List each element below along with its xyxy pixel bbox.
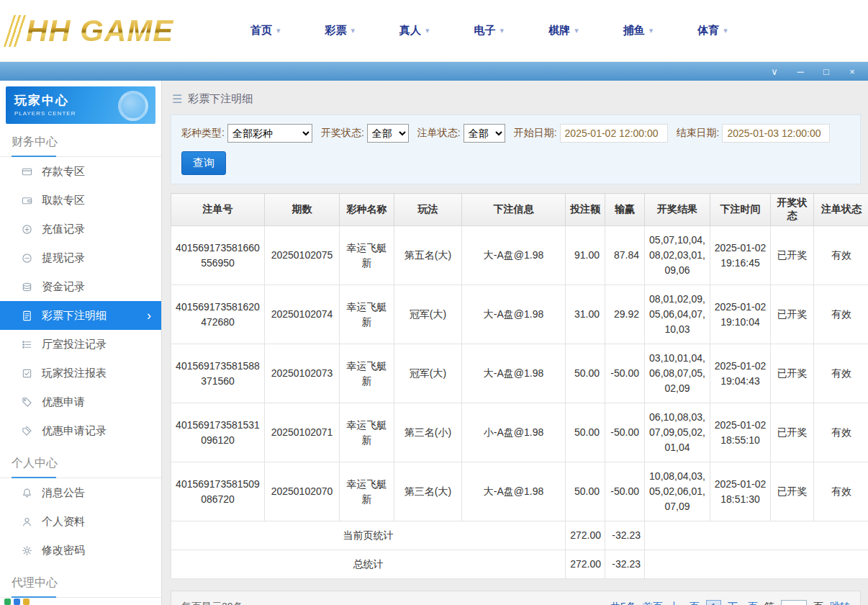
end-date-label: 结束日期: bbox=[677, 127, 720, 140]
sidebar-item-player-bet-report[interactable]: 玩家投注报表 bbox=[0, 359, 161, 387]
sidebar-item-change-password[interactable]: 修改密码 bbox=[0, 536, 161, 565]
table-cell: -50.00 bbox=[605, 344, 645, 403]
taskbar-icon[interactable] bbox=[23, 599, 30, 605]
taskbar-icon[interactable] bbox=[4, 599, 11, 605]
table-cell: 2025-01-02 19:10:04 bbox=[710, 285, 771, 344]
nav-item-sports[interactable]: 体育▾ bbox=[697, 24, 728, 37]
nav-item-cards[interactable]: 棋牌▾ bbox=[548, 24, 579, 37]
table-cell: 已开奖 bbox=[771, 403, 814, 462]
table-cell: 20250102074 bbox=[265, 285, 340, 344]
sidebar-item-withdraw-zone[interactable]: 取款专区 bbox=[0, 186, 161, 215]
sidebar-item-label: 彩票下注明细 bbox=[42, 309, 107, 323]
jump-suffix-label: 页 bbox=[813, 601, 823, 605]
table-cell: 已开奖 bbox=[771, 285, 814, 344]
sidebar-item-promo-apply[interactable]: 优惠申请 bbox=[0, 387, 161, 416]
user-icon bbox=[22, 516, 32, 527]
table-cell: 第五名(大) bbox=[394, 226, 462, 285]
sidebar-item-label: 资金记录 bbox=[42, 280, 85, 294]
logo[interactable]: HH GAME bbox=[0, 14, 230, 48]
table-cell: 有效 bbox=[814, 344, 868, 403]
nav-item-slots[interactable]: 电子▾ bbox=[474, 24, 505, 37]
window-titlebar: ∨ ─ □ × bbox=[0, 62, 868, 81]
nav-item-live[interactable]: 真人▾ bbox=[399, 24, 430, 37]
sidebar-item-label: 厅室投注记录 bbox=[42, 338, 107, 351]
next-page-link[interactable]: 下一页 bbox=[728, 601, 758, 605]
taskbar-peek[interactable] bbox=[4, 599, 30, 605]
table-cell: 50.00 bbox=[566, 344, 605, 403]
window-maximize-icon[interactable]: □ bbox=[820, 67, 832, 76]
coins-icon bbox=[22, 282, 32, 292]
sidebar-item-label: 存款专区 bbox=[42, 165, 85, 179]
sidebar-item-promo-apply-records[interactable]: 优惠申请记录 bbox=[0, 416, 161, 445]
table-cell: 401569173581509086720 bbox=[171, 462, 265, 521]
table-cell: 50.00 bbox=[566, 462, 605, 521]
nav-item-lottery[interactable]: 彩票▾ bbox=[325, 24, 356, 37]
sidebar-item-label: 消息公告 bbox=[42, 486, 85, 500]
start-date-input[interactable] bbox=[560, 124, 668, 143]
hamburger-icon[interactable]: ☰ bbox=[172, 92, 182, 106]
sidebar-item-deposit-zone[interactable]: 存款专区 bbox=[0, 157, 161, 186]
pagination-bar: 每页显示20条 共5条 首页 上一页 1 下一页 第 页 跳转 bbox=[171, 591, 861, 605]
sidebar-item-cashout-records[interactable]: 提现记录 bbox=[0, 243, 161, 272]
order-status-select[interactable]: 全部 bbox=[464, 124, 505, 143]
sidebar-item-profile[interactable]: 个人资料 bbox=[0, 507, 161, 536]
sidebar-item-label: 取款专区 bbox=[42, 194, 85, 207]
table-cell: 有效 bbox=[814, 226, 868, 285]
draw-status-label: 开奖状态: bbox=[321, 127, 364, 140]
sidebar-item-label: 充值记录 bbox=[42, 223, 85, 236]
report-icon bbox=[22, 368, 32, 379]
total-count: 共5条 bbox=[610, 601, 636, 605]
table-cell: 冠军(大) bbox=[394, 285, 462, 344]
summary-label: 总统计 bbox=[171, 550, 566, 579]
lottery-type-select[interactable]: 全部彩种 bbox=[227, 124, 312, 143]
summary-bet-total: 272.00 bbox=[566, 550, 605, 579]
table-cell: 10,08,04,03,05,02,06,01,07,09 bbox=[645, 462, 710, 521]
first-page-link[interactable]: 首页 bbox=[643, 601, 663, 605]
sidebar-item-lottery-bet-details[interactable]: 彩票下注明细 bbox=[0, 301, 161, 330]
nav-item-fishing[interactable]: 捕鱼▾ bbox=[623, 24, 654, 37]
window-collapse-icon[interactable]: ∨ bbox=[769, 67, 780, 76]
table-cell: 87.84 bbox=[605, 226, 645, 285]
table-cell: 已开奖 bbox=[771, 462, 814, 521]
col-header-1: 期数 bbox=[265, 194, 340, 226]
table-cell: 冠军(大) bbox=[394, 344, 462, 403]
taskbar-icon[interactable] bbox=[14, 599, 20, 605]
table-cell: 29.92 bbox=[605, 285, 645, 344]
sidebar-item-hall-bet-records[interactable]: 厅室投注记录 bbox=[0, 330, 161, 359]
jump-button[interactable]: 跳转 bbox=[830, 601, 850, 605]
sidebar-section-personal-center: 个人中心 bbox=[0, 445, 161, 478]
table-cell: 大-A盘@1.98 bbox=[462, 285, 566, 344]
table-cell: 91.00 bbox=[566, 226, 605, 285]
col-header-2: 彩种名称 bbox=[340, 194, 394, 226]
summary-label: 当前页统计 bbox=[171, 521, 566, 550]
table-cell: 已开奖 bbox=[771, 226, 814, 285]
chevron-down-icon: ▾ bbox=[649, 26, 654, 35]
sidebar-item-recharge-records[interactable]: 充值记录 bbox=[0, 215, 161, 243]
chevron-down-icon: ▾ bbox=[500, 26, 505, 35]
sidebar-item-announcements[interactable]: 消息公告 bbox=[0, 478, 161, 507]
prev-page-link[interactable]: 上一页 bbox=[669, 601, 700, 605]
table-header-row: 注单号期数彩种名称玩法下注信息投注额输赢开奖结果下注时间开奖状态注单状态 bbox=[171, 194, 868, 226]
col-header-6: 输赢 bbox=[605, 194, 645, 226]
tag-icon bbox=[22, 397, 32, 408]
jump-page-input[interactable] bbox=[781, 600, 807, 605]
draw-status-select[interactable]: 全部 bbox=[367, 124, 409, 143]
nav-item-home[interactable]: 首页▾ bbox=[250, 24, 281, 37]
logo-text: HH GAME bbox=[26, 14, 173, 48]
search-button[interactable]: 查询 bbox=[181, 151, 226, 175]
sidebar-item-label: 提现记录 bbox=[42, 251, 85, 265]
sidebar-item-fund-records[interactable]: 资金记录 bbox=[0, 272, 161, 301]
window-minimize-icon[interactable]: ─ bbox=[795, 67, 806, 76]
table-cell: 2025-01-02 19:04:43 bbox=[710, 344, 771, 403]
sidebar-section-finance-center: 财务中心 bbox=[0, 124, 161, 157]
table-row: 40156917358158837156020250102073幸运飞艇新冠军(… bbox=[171, 344, 868, 403]
end-date-input[interactable] bbox=[722, 124, 830, 143]
summary-bet-total: 272.00 bbox=[566, 521, 605, 550]
wallet-icon bbox=[22, 195, 32, 206]
table-cell: 大-A盘@1.98 bbox=[462, 226, 566, 285]
chevron-down-icon: ▾ bbox=[425, 26, 430, 35]
col-header-5: 投注额 bbox=[566, 194, 605, 226]
sidebar-sections: 财务中心存款专区取款专区充值记录提现记录资金记录彩票下注明细厅室投注记录玩家投注… bbox=[0, 124, 161, 598]
window-close-icon[interactable]: × bbox=[846, 67, 858, 76]
gear-icon bbox=[22, 545, 32, 556]
